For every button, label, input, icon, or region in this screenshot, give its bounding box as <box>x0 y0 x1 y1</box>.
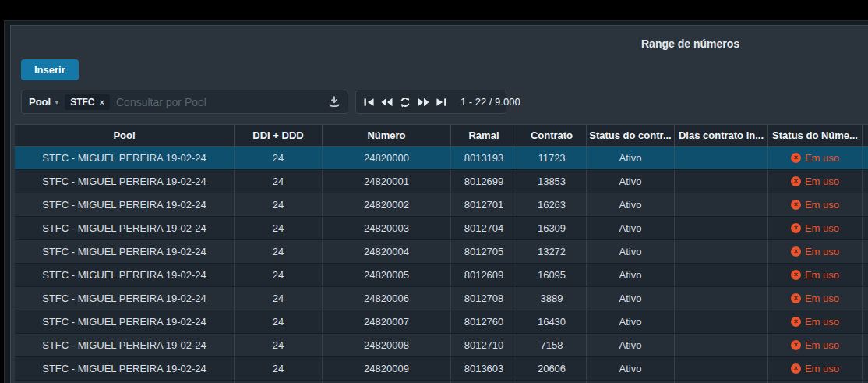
next-page-button[interactable] <box>418 98 429 107</box>
cell-numero: 24820009 <box>323 357 451 380</box>
cell-status-contrato: Ativo <box>587 240 675 263</box>
cell-ramal: 8013193 <box>451 147 517 169</box>
status-label: Em uso <box>805 264 839 286</box>
cell-pool: STFC - MIGUEL PEREIRA 19-02-24 <box>15 170 235 193</box>
cell-pool: STFC - MIGUEL PEREIRA 19-02-24 <box>15 240 235 263</box>
cell-overflow <box>863 310 868 333</box>
cell-contrato: 3889 <box>517 287 587 310</box>
column-header-contrato[interactable]: Contrato <box>517 125 587 146</box>
cell-ramal: 8012760 <box>451 310 517 333</box>
table-row[interactable]: STFC - MIGUEL PEREIRA 19-02-24 24 248200… <box>15 193 868 217</box>
cell-status-numero: × Em uso <box>768 193 863 216</box>
circle-x-icon: × <box>791 153 801 163</box>
cell-ddi-ddd: 24 <box>235 240 323 263</box>
cell-status-contrato: Ativo <box>587 170 675 193</box>
column-header-status-contrato[interactable]: Status do contr... <box>587 125 675 146</box>
table-body: STFC - MIGUEL PEREIRA 19-02-24 24 248200… <box>15 147 868 383</box>
filter-bar: Pool ▾ STFC × <box>21 90 348 114</box>
filter-field-select[interactable]: Pool ▾ <box>29 96 58 108</box>
search-input[interactable] <box>116 96 322 108</box>
cell-ddi-ddd: 24 <box>235 264 323 286</box>
cell-ramal: 8012701 <box>451 193 517 216</box>
status-label: Em uso <box>805 147 839 169</box>
cell-dias-contrato <box>675 147 768 169</box>
table-row[interactable]: STFC - MIGUEL PEREIRA 19-02-24 24 248200… <box>15 170 868 193</box>
status-label: Em uso <box>805 357 839 380</box>
cell-status-numero: × Em uso <box>768 147 863 169</box>
cell-ramal: 8012699 <box>451 170 517 193</box>
cell-overflow <box>863 357 868 380</box>
cell-numero: 24820002 <box>323 193 451 216</box>
cell-ramal: 8012704 <box>451 217 517 239</box>
cell-contrato: 20606 <box>517 357 587 380</box>
cell-overflow <box>863 217 868 239</box>
column-header-pool[interactable]: Pool <box>15 125 235 146</box>
column-header-status-numero[interactable]: Status do Núme... <box>768 125 863 146</box>
numbers-table: Pool DDI + DDD Número Ramal Contrato Sta… <box>15 124 868 383</box>
cell-pool: STFC - MIGUEL PEREIRA 19-02-24 <box>15 147 235 169</box>
cell-status-contrato: Ativo <box>587 217 675 239</box>
table-row[interactable]: STFC - MIGUEL PEREIRA 19-02-24 24 248200… <box>15 334 868 357</box>
cell-numero: 24820006 <box>323 287 451 310</box>
table-row[interactable]: STFC - MIGUEL PEREIRA 19-02-24 24 248200… <box>15 240 868 264</box>
table-row[interactable]: STFC - MIGUEL PEREIRA 19-02-24 24 248200… <box>15 310 868 334</box>
column-header-ddi-ddd[interactable]: DDI + DDD <box>235 125 323 146</box>
table-row[interactable]: STFC - MIGUEL PEREIRA 19-02-24 24 248200… <box>15 264 868 287</box>
filter-chip[interactable]: STFC × <box>65 94 110 110</box>
cell-pool: STFC - MIGUEL PEREIRA 19-02-24 <box>15 217 235 239</box>
cell-dias-contrato <box>675 240 768 263</box>
cell-dias-contrato <box>675 334 768 356</box>
cell-contrato: 16263 <box>517 193 587 216</box>
column-header-dias-contrato[interactable]: Dias contrato in... <box>675 125 768 146</box>
first-page-button[interactable] <box>364 98 374 107</box>
cell-dias-contrato <box>675 310 768 333</box>
circle-x-icon: × <box>791 293 801 303</box>
table-row[interactable]: STFC - MIGUEL PEREIRA 19-02-24 24 248200… <box>15 357 868 381</box>
table-row[interactable]: STFC - MIGUEL PEREIRA 19-02-24 24 248200… <box>15 287 868 310</box>
circle-x-icon: × <box>791 270 801 280</box>
circle-x-icon: × <box>791 176 801 186</box>
cell-ddi-ddd: 24 <box>235 217 323 239</box>
table-row[interactable]: STFC - MIGUEL PEREIRA 19-02-24 24 248200… <box>15 217 868 240</box>
table-row[interactable]: STFC - MIGUEL PEREIRA 19-02-24 24 248200… <box>15 147 868 170</box>
cell-numero: 24820008 <box>323 334 451 356</box>
circle-x-icon: × <box>791 223 801 233</box>
last-page-button[interactable] <box>436 98 446 107</box>
cell-pool: STFC - MIGUEL PEREIRA 19-02-24 <box>15 334 235 356</box>
circle-x-icon: × <box>791 200 801 210</box>
circle-x-icon: × <box>791 317 801 327</box>
cell-status-numero: × Em uso <box>768 217 863 239</box>
refresh-icon[interactable] <box>400 97 411 108</box>
cell-ddi-ddd: 24 <box>235 310 323 333</box>
cell-overflow <box>863 334 868 356</box>
cell-numero: 24820007 <box>323 310 451 333</box>
cell-overflow <box>863 193 868 216</box>
status-label: Em uso <box>805 193 839 216</box>
column-header-ramal[interactable]: Ramal <box>451 125 517 146</box>
inserir-button[interactable]: Inserir <box>21 59 79 80</box>
previous-page-button[interactable] <box>381 98 393 107</box>
cell-dias-contrato <box>675 264 768 286</box>
cell-dias-contrato <box>675 170 768 193</box>
cell-ddi-ddd: 24 <box>235 287 323 310</box>
circle-x-icon: × <box>791 246 801 257</box>
pagination-bar: 1 - 22 / 9.000 <box>355 90 506 114</box>
cell-ddi-ddd: 24 <box>235 147 323 169</box>
status-label: Em uso <box>805 287 839 310</box>
download-icon[interactable] <box>328 96 340 108</box>
pagination-range: 1 - 22 / 9.000 <box>460 96 520 108</box>
cell-numero: 24820004 <box>323 240 451 263</box>
cell-status-contrato: Ativo <box>587 357 675 380</box>
cell-dias-contrato <box>675 193 768 216</box>
column-header-numero[interactable]: Número <box>323 125 451 146</box>
cell-ramal: 8012708 <box>451 287 517 310</box>
status-label: Em uso <box>805 170 839 193</box>
cell-contrato: 11723 <box>517 147 587 169</box>
column-header-overflow <box>863 125 868 146</box>
range-panel: Range de números Inserir Pool ▾ STFC × <box>10 25 868 383</box>
remove-chip-icon[interactable]: × <box>100 98 104 107</box>
cell-status-numero: × Em uso <box>768 287 863 310</box>
cell-numero: 24820000 <box>323 147 451 169</box>
cell-overflow <box>863 287 868 310</box>
cell-pool: STFC - MIGUEL PEREIRA 19-02-24 <box>15 310 235 333</box>
